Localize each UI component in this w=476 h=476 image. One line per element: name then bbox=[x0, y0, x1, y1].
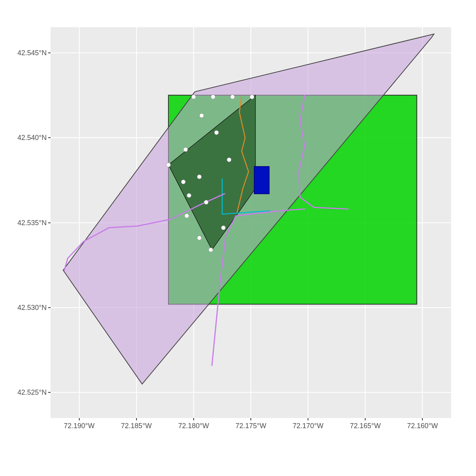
x-tick-mark bbox=[422, 418, 423, 420]
white-point-marker bbox=[227, 158, 231, 162]
white-point-marker bbox=[166, 163, 171, 167]
white-point-marker bbox=[221, 226, 226, 230]
y-tick-label: 42.535°N bbox=[16, 219, 47, 227]
x-tick-mark bbox=[250, 418, 251, 420]
x-tick-mark bbox=[136, 418, 137, 420]
white-point-marker bbox=[191, 95, 196, 99]
y-tick-label: 42.540°N bbox=[16, 134, 47, 142]
white-point-marker bbox=[184, 147, 188, 152]
x-tick-label: 72.180°W bbox=[178, 422, 209, 430]
white-point-marker bbox=[197, 236, 201, 240]
x-tick-mark bbox=[79, 418, 80, 420]
white-point-marker bbox=[200, 114, 204, 118]
y-tick-label: 42.530°N bbox=[16, 303, 47, 312]
y-tick-mark bbox=[48, 392, 51, 393]
white-point-marker bbox=[197, 175, 201, 179]
x-tick-label: 72.185°W bbox=[121, 422, 152, 430]
y-tick-mark bbox=[48, 222, 51, 223]
x-tick-label: 72.170°W bbox=[293, 422, 324, 430]
white-point-marker bbox=[211, 95, 215, 99]
white-point-marker bbox=[214, 130, 219, 135]
white-point-marker bbox=[187, 193, 191, 198]
x-tick-mark bbox=[193, 418, 194, 420]
white-point-marker bbox=[250, 95, 254, 99]
figure: 72.190°W72.185°W72.180°W72.175°W72.170°W… bbox=[0, 0, 476, 476]
y-tick-mark bbox=[48, 52, 51, 53]
x-tick-label: 72.165°W bbox=[350, 422, 381, 430]
white-point-marker bbox=[209, 248, 213, 252]
blue-square-marker bbox=[254, 166, 269, 194]
y-tick-label: 42.525°N bbox=[16, 388, 47, 397]
white-point-marker bbox=[185, 214, 189, 218]
y-tick-mark bbox=[48, 307, 51, 308]
x-tick-mark bbox=[365, 418, 366, 420]
x-tick-label: 72.175°W bbox=[235, 422, 266, 430]
y-tick-label: 42.545°N bbox=[16, 49, 47, 57]
map-layers bbox=[0, 0, 476, 476]
y-tick-mark bbox=[48, 137, 51, 138]
x-tick-mark bbox=[308, 418, 308, 420]
x-tick-label: 72.160°W bbox=[407, 422, 438, 430]
white-point-marker bbox=[181, 180, 186, 184]
x-tick-label: 72.190°W bbox=[64, 422, 94, 430]
white-point-marker bbox=[204, 200, 208, 205]
white-point-marker bbox=[230, 95, 234, 99]
